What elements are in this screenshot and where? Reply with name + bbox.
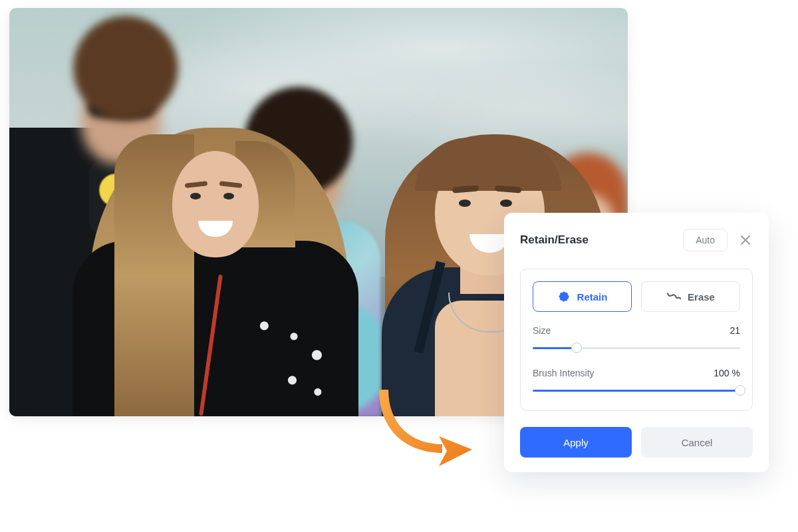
close-icon (740, 235, 751, 245)
retain-erase-panel: Retain/Erase Auto Retain Erase (504, 213, 769, 472)
retain-label: Retain (577, 291, 608, 303)
close-button[interactable] (738, 233, 753, 247)
cancel-button[interactable]: Cancel (641, 427, 753, 458)
tool-settings: Retain Erase Size 21 Brush Intensity 100… (520, 269, 753, 411)
retain-icon (557, 290, 571, 303)
size-slider[interactable] (533, 342, 740, 353)
apply-button[interactable]: Apply (520, 427, 632, 458)
erase-icon (666, 291, 681, 303)
retain-mode-button[interactable]: Retain (533, 281, 632, 312)
auto-button[interactable]: Auto (683, 229, 728, 251)
erase-label: Erase (688, 291, 715, 303)
size-label: Size (533, 325, 551, 336)
brush-intensity-label: Brush Intensity (533, 368, 595, 378)
erase-mode-button[interactable]: Erase (641, 281, 740, 312)
size-value: 21 (730, 325, 740, 336)
brush-intensity-value: 100 % (714, 368, 740, 378)
panel-title: Retain/Erase (520, 233, 683, 247)
brush-intensity-slider[interactable] (533, 385, 740, 396)
